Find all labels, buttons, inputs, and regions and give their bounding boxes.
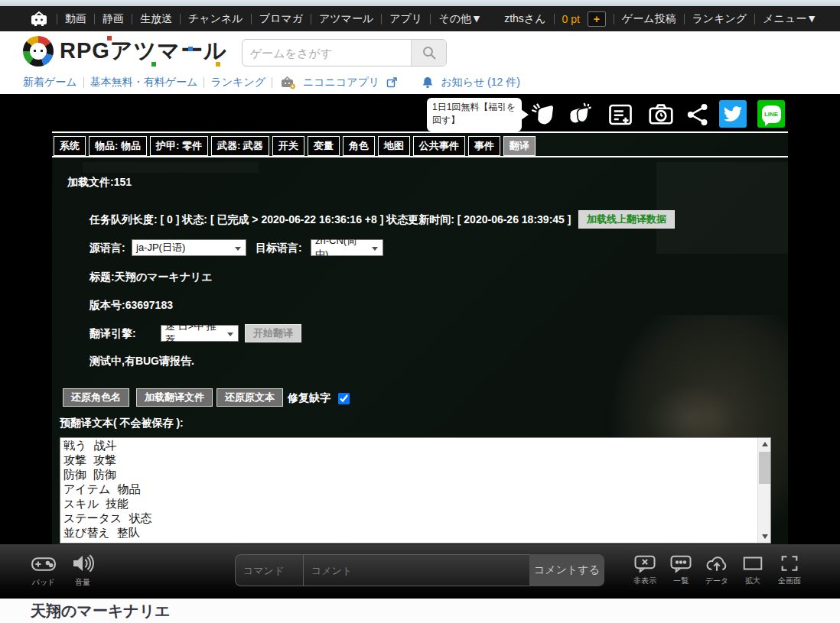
submit-comment-button[interactable]: コメントする xyxy=(529,554,604,586)
tool-data[interactable]: データ xyxy=(699,553,734,586)
tab-maps[interactable]: 地图 xyxy=(378,136,410,156)
nav-niconico-app[interactable]: ニコニコアプリ xyxy=(303,76,379,89)
start-translate-button[interactable]: 开始翻译 xyxy=(245,324,301,342)
scroll-down-icon[interactable] xyxy=(758,531,771,543)
line-logo-text: LINE xyxy=(764,111,778,118)
topbar-link-app[interactable]: アプリ xyxy=(389,12,422,26)
comment-hide-icon xyxy=(633,553,656,573)
target-language-select[interactable]: zh-CN(简中) xyxy=(311,239,383,256)
topbar-link-blomaga[interactable]: ブロマガ xyxy=(259,12,303,26)
topbar-link-ranking[interactable]: ランキング xyxy=(692,12,747,26)
tab-items[interactable]: 物品: 物品 xyxy=(89,136,147,156)
topbar-link-others[interactable]: その他▼ xyxy=(438,12,482,26)
tool-label: 非表示 xyxy=(633,576,656,586)
separator xyxy=(684,14,685,24)
comment-input[interactable] xyxy=(303,555,529,586)
restore-original-text-button[interactable]: 还原原文本 xyxy=(217,388,283,407)
comment-list-icon xyxy=(669,553,692,573)
nav-ranking[interactable]: ランキング xyxy=(210,76,265,89)
restore-names-button[interactable]: 还原角色名 xyxy=(63,388,129,407)
pretranslate-textarea[interactable]: 戦う 战斗 攻撃 攻撃 防御 防御 アイテム 物品 スキル 技能 ステータス 状… xyxy=(60,437,771,544)
search-input[interactable] xyxy=(243,40,411,66)
engine-select[interactable]: 迷 日>中 推荐 xyxy=(161,325,239,342)
load-online-data-button[interactable]: 加载线上翻译数据 xyxy=(578,210,675,229)
separator xyxy=(381,14,382,24)
separator xyxy=(754,14,755,24)
tool-hide-comments[interactable]: 非表示 xyxy=(627,553,663,586)
game-region: 1日1回無料【福引を回す】 LINE xyxy=(0,94,840,599)
background-dim-window xyxy=(83,162,259,173)
beta-note-text: 测试中,有BUG请报告. xyxy=(90,355,194,368)
topbar-link-video[interactable]: 動画 xyxy=(65,12,86,26)
separator xyxy=(272,77,272,88)
tool-label: 拡大 xyxy=(745,576,760,586)
game-title-line: 标题:天翔のマーキナリエ xyxy=(90,271,213,284)
search-button[interactable] xyxy=(411,40,446,66)
nav-free-paid-games[interactable]: 基本無料・有料ゲーム xyxy=(90,76,198,89)
engine-label: 翻译引擎: xyxy=(90,327,136,341)
load-translation-file-button[interactable]: 加载翻译文件 xyxy=(136,388,213,407)
volume-label: 音量 xyxy=(75,577,90,588)
player-control-bar: パッド 音量 コメントする 非表示 一覧 xyxy=(0,544,840,599)
topbar-link-seiga[interactable]: 静画 xyxy=(103,12,124,26)
tool-enlarge[interactable]: 拡大 xyxy=(736,553,770,586)
share-icon[interactable] xyxy=(683,100,712,129)
playlist-add-icon[interactable] xyxy=(606,100,635,129)
username[interactable]: zthsさん xyxy=(504,12,545,26)
tab-bar: 系统 物品: 物品 护甲: 零件 武器: 武器 开关 变量 角色 地图 公共事件… xyxy=(54,136,536,156)
topbar-link-post-game[interactable]: ゲーム投稿 xyxy=(622,12,676,26)
fix-glyph-label: 修复缺字 xyxy=(288,391,330,405)
game-page-title: 天翔のマーキナリエ xyxy=(31,601,171,621)
camera-icon[interactable] xyxy=(646,100,676,129)
source-language-select[interactable]: ja-JP(日语) xyxy=(132,239,246,256)
tab-armor[interactable]: 护甲: 零件 xyxy=(150,136,208,156)
cheer-hand-icon[interactable] xyxy=(529,100,558,129)
gamepad-control[interactable]: パッド xyxy=(31,553,57,588)
points-balance[interactable]: 0 pt xyxy=(562,13,580,25)
logo-accent xyxy=(151,62,156,67)
command-input[interactable] xyxy=(236,555,303,586)
tab-weapons[interactable]: 武器: 武器 xyxy=(211,136,269,156)
fix-glyph-checkbox[interactable] xyxy=(338,393,350,404)
tab-variables[interactable]: 变量 xyxy=(308,136,340,156)
topbar-link-atsumaru[interactable]: アツマール xyxy=(319,12,373,26)
topbar-right: zthsさん 0 pt + ゲーム投稿 ランキング メニュー▼ xyxy=(504,11,817,27)
nav-notice[interactable]: お知らせ (12 件) xyxy=(441,76,520,89)
logo-accent xyxy=(107,36,112,41)
task-status-text: 任务队列长度: [ 0 ] 状态: [ 已完成 > 2020-06-22 16:… xyxy=(90,213,571,227)
textarea-scrollbar[interactable] xyxy=(757,438,770,543)
source-language-value: ja-JP(日语) xyxy=(136,241,185,255)
tool-comment-list[interactable]: 一覧 xyxy=(664,553,698,586)
niconico-tv-icon[interactable] xyxy=(29,11,49,28)
line-icon[interactable]: LINE xyxy=(757,100,785,128)
topbar-left: 動画 静画 生放送 チャンネル ブロマガ アツマール アプリ その他▼ xyxy=(29,11,482,28)
niconico-topbar: 動画 静画 生放送 チャンネル ブロマガ アツマール アプリ その他▼ zths… xyxy=(0,6,840,31)
tab-switches[interactable]: 开关 xyxy=(272,136,304,156)
topbar-link-channel[interactable]: チャンネル xyxy=(188,12,243,26)
bell-icon xyxy=(421,76,435,89)
sub-nav: 新着ゲーム 基本無料・有料ゲーム ランキング ニコニコアプリ お知らせ (12 … xyxy=(0,71,840,94)
twitter-icon[interactable] xyxy=(719,100,747,128)
logo-accent xyxy=(216,62,220,67)
logo-pinwheel-icon xyxy=(23,36,54,67)
volume-control[interactable]: 音量 xyxy=(70,552,95,588)
tab-translate[interactable]: 翻译 xyxy=(503,136,536,156)
tool-label: 全画面 xyxy=(778,576,801,586)
daily-lottery-tooltip[interactable]: 1日1回無料【福引を回す】 xyxy=(427,98,522,131)
scrollbar-thumb[interactable] xyxy=(759,452,770,484)
topbar-link-live[interactable]: 生放送 xyxy=(140,12,172,26)
target-language-value: zh-CN(简中) xyxy=(315,234,367,261)
add-points-button[interactable]: + xyxy=(588,11,606,27)
clap-icon[interactable] xyxy=(564,100,593,129)
separator xyxy=(180,14,181,24)
tab-actors[interactable]: 角色 xyxy=(343,136,375,156)
tab-system[interactable]: 系统 xyxy=(54,136,86,156)
logo-text: RPGアツマール xyxy=(60,36,227,67)
rpg-atsumaru-logo[interactable]: RPGアツマール xyxy=(23,36,227,67)
tab-common-events[interactable]: 公共事件 xyxy=(413,136,465,156)
topbar-link-menu[interactable]: メニュー▼ xyxy=(763,12,817,26)
scroll-up-icon[interactable] xyxy=(758,438,771,450)
tab-events[interactable]: 事件 xyxy=(468,136,500,156)
tool-fullscreen[interactable]: 全画面 xyxy=(771,553,808,586)
nav-new-games[interactable]: 新着ゲーム xyxy=(23,76,77,89)
